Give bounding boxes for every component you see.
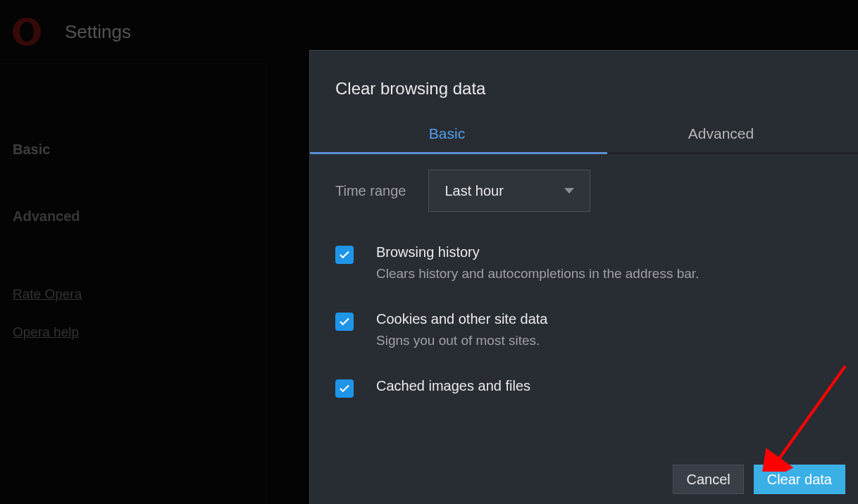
time-range-select[interactable]: Last hour (428, 170, 590, 212)
dialog-tabs: Basic Advanced (310, 125, 858, 152)
page-title: Settings (65, 21, 131, 43)
time-range-label: Time range (335, 183, 406, 199)
chevron-down-icon (564, 188, 574, 194)
option-description: Signs you out of most sites. (376, 333, 548, 348)
option-cookies: Cookies and other site data Signs you ou… (335, 311, 833, 348)
option-title: Cookies and other site data (376, 311, 548, 327)
opera-logo-icon (13, 18, 41, 46)
cancel-button[interactable]: Cancel (673, 465, 743, 494)
time-range-row: Time range Last hour (335, 170, 833, 212)
dialog-buttons: Cancel Clear data (673, 465, 845, 494)
link-opera-help[interactable]: Opera help (13, 325, 254, 340)
tab-basic[interactable]: Basic (310, 125, 584, 152)
dialog-title: Clear browsing data (310, 51, 858, 99)
check-icon (338, 248, 351, 261)
check-icon (338, 382, 351, 395)
option-title: Browsing history (376, 244, 699, 260)
clear-data-button[interactable]: Clear data (754, 465, 845, 494)
checkbox-cached[interactable] (335, 379, 354, 398)
link-rate-opera[interactable]: Rate Opera (13, 286, 254, 302)
sidebar-links: Rate Opera Opera help (13, 286, 254, 340)
app-root: Settings Basic Advanced Rate Opera Opera… (0, 0, 858, 504)
dialog-content: Time range Last hour Browsing history Cl… (310, 154, 858, 398)
time-range-value: Last hour (444, 183, 503, 199)
option-browsing-history: Browsing history Clears history and auto… (335, 244, 833, 282)
sidebar-item-advanced[interactable]: Advanced (13, 208, 254, 225)
option-text: Cookies and other site data Signs you ou… (376, 311, 548, 348)
option-title: Cached images and files (376, 378, 530, 394)
clear-options-list: Browsing history Clears history and auto… (335, 244, 833, 398)
option-text: Cached images and files (376, 378, 530, 394)
option-cached: Cached images and files (335, 378, 833, 398)
tab-advanced[interactable]: Advanced (584, 125, 858, 152)
sidebar-item-basic[interactable]: Basic (13, 141, 254, 158)
active-tab-indicator (310, 152, 607, 154)
tab-underline (310, 152, 858, 154)
checkbox-browsing-history[interactable] (335, 246, 354, 264)
option-text: Browsing history Clears history and auto… (376, 244, 699, 282)
checkbox-cookies[interactable] (335, 313, 354, 331)
settings-sidebar: Basic Advanced Rate Opera Opera help (0, 63, 267, 504)
clear-browsing-data-dialog: Clear browsing data Basic Advanced Time … (309, 50, 858, 504)
option-description: Clears history and autocompletions in th… (376, 266, 699, 282)
check-icon (338, 315, 351, 328)
